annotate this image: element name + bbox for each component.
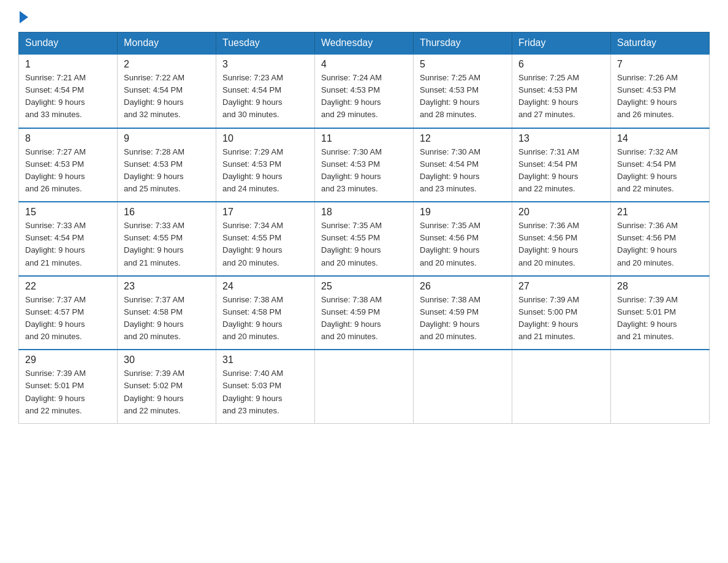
day-info: Sunrise: 7:40 AM Sunset: 5:03 PM Dayligh… [222,367,308,417]
day-info: Sunrise: 7:35 AM Sunset: 4:56 PM Dayligh… [420,220,506,269]
day-number: 23 [124,281,210,292]
day-number: 6 [518,59,604,70]
week-row-5: 29 Sunrise: 7:39 AM Sunset: 5:01 PM Dayl… [19,350,710,423]
calendar-cell: 30 Sunrise: 7:39 AM Sunset: 5:02 PM Dayl… [118,350,216,423]
day-number: 19 [420,207,506,218]
day-number: 4 [321,59,407,70]
day-number: 25 [321,281,407,292]
day-number: 12 [420,133,506,144]
day-info: Sunrise: 7:39 AM Sunset: 5:01 PM Dayligh… [617,294,703,343]
calendar-cell: 29 Sunrise: 7:39 AM Sunset: 5:01 PM Dayl… [19,350,118,423]
day-info: Sunrise: 7:34 AM Sunset: 4:55 PM Dayligh… [222,220,308,269]
calendar-header-row: SundayMondayTuesdayWednesdayThursdayFrid… [19,33,710,55]
calendar-cell: 3 Sunrise: 7:23 AM Sunset: 4:54 PM Dayli… [216,54,315,128]
calendar-cell: 8 Sunrise: 7:27 AM Sunset: 4:53 PM Dayli… [19,128,118,202]
day-number: 2 [124,59,210,70]
calendar-cell: 4 Sunrise: 7:24 AM Sunset: 4:53 PM Dayli… [315,54,414,128]
day-number: 8 [25,133,111,144]
calendar-cell: 14 Sunrise: 7:32 AM Sunset: 4:54 PM Dayl… [611,128,710,202]
day-number: 30 [124,354,210,366]
day-info: Sunrise: 7:39 AM Sunset: 5:00 PM Dayligh… [518,294,604,343]
day-number: 22 [25,281,111,292]
day-info: Sunrise: 7:33 AM Sunset: 4:55 PM Dayligh… [124,220,210,269]
day-number: 14 [617,133,703,144]
week-row-2: 8 Sunrise: 7:27 AM Sunset: 4:53 PM Dayli… [19,128,710,202]
calendar-table: SundayMondayTuesdayWednesdayThursdayFrid… [18,32,710,424]
day-number: 20 [518,207,604,218]
day-number: 31 [222,354,308,366]
day-info: Sunrise: 7:32 AM Sunset: 4:54 PM Dayligh… [617,146,703,196]
week-row-4: 22 Sunrise: 7:37 AM Sunset: 4:57 PM Dayl… [19,276,710,350]
day-number: 29 [25,354,111,366]
calendar-cell: 10 Sunrise: 7:29 AM Sunset: 4:53 PM Dayl… [216,128,315,202]
calendar-cell: 31 Sunrise: 7:40 AM Sunset: 5:03 PM Dayl… [216,350,315,423]
calendar-cell: 26 Sunrise: 7:38 AM Sunset: 4:59 PM Dayl… [414,276,512,350]
day-info: Sunrise: 7:37 AM Sunset: 4:57 PM Dayligh… [25,294,111,343]
calendar-cell [512,350,611,423]
header-friday: Friday [512,33,611,55]
calendar-cell [414,350,512,423]
header-wednesday: Wednesday [315,33,414,55]
calendar-cell: 22 Sunrise: 7:37 AM Sunset: 4:57 PM Dayl… [19,276,118,350]
day-number: 15 [25,207,111,218]
day-number: 27 [518,281,604,292]
day-info: Sunrise: 7:22 AM Sunset: 4:54 PM Dayligh… [124,72,210,121]
day-info: Sunrise: 7:37 AM Sunset: 4:58 PM Dayligh… [124,294,210,343]
calendar-cell: 11 Sunrise: 7:30 AM Sunset: 4:53 PM Dayl… [315,128,414,202]
day-info: Sunrise: 7:36 AM Sunset: 4:56 PM Dayligh… [518,220,604,269]
calendar-cell: 18 Sunrise: 7:35 AM Sunset: 4:55 PM Dayl… [315,202,414,276]
week-row-1: 1 Sunrise: 7:21 AM Sunset: 4:54 PM Dayli… [19,54,710,128]
day-info: Sunrise: 7:26 AM Sunset: 4:53 PM Dayligh… [617,72,703,121]
day-info: Sunrise: 7:21 AM Sunset: 4:54 PM Dayligh… [25,72,111,121]
calendar-cell: 25 Sunrise: 7:38 AM Sunset: 4:59 PM Dayl… [315,276,414,350]
day-info: Sunrise: 7:27 AM Sunset: 4:53 PM Dayligh… [25,146,111,196]
day-info: Sunrise: 7:35 AM Sunset: 4:55 PM Dayligh… [321,220,407,269]
calendar-cell: 23 Sunrise: 7:37 AM Sunset: 4:58 PM Dayl… [118,276,216,350]
day-number: 5 [420,59,506,70]
day-number: 26 [420,281,506,292]
calendar-cell: 1 Sunrise: 7:21 AM Sunset: 4:54 PM Dayli… [19,54,118,128]
day-info: Sunrise: 7:25 AM Sunset: 4:53 PM Dayligh… [518,72,604,121]
day-number: 24 [222,281,308,292]
day-info: Sunrise: 7:33 AM Sunset: 4:54 PM Dayligh… [25,220,111,269]
calendar-cell: 16 Sunrise: 7:33 AM Sunset: 4:55 PM Dayl… [118,202,216,276]
day-info: Sunrise: 7:23 AM Sunset: 4:54 PM Dayligh… [222,72,308,121]
week-row-3: 15 Sunrise: 7:33 AM Sunset: 4:54 PM Dayl… [19,202,710,276]
logo [18,12,28,21]
day-number: 18 [321,207,407,218]
header-monday: Monday [118,33,216,55]
day-number: 16 [124,207,210,218]
calendar-cell [315,350,414,423]
calendar-cell [611,350,710,423]
day-info: Sunrise: 7:30 AM Sunset: 4:54 PM Dayligh… [420,146,506,196]
calendar-cell: 28 Sunrise: 7:39 AM Sunset: 5:01 PM Dayl… [611,276,710,350]
calendar-cell: 6 Sunrise: 7:25 AM Sunset: 4:53 PM Dayli… [512,54,611,128]
day-info: Sunrise: 7:38 AM Sunset: 4:58 PM Dayligh… [222,294,308,343]
calendar-cell: 5 Sunrise: 7:25 AM Sunset: 4:53 PM Dayli… [414,54,512,128]
page-header [18,12,710,21]
day-info: Sunrise: 7:29 AM Sunset: 4:53 PM Dayligh… [222,146,308,196]
day-number: 3 [222,59,308,70]
day-number: 11 [321,133,407,144]
header-saturday: Saturday [611,33,710,55]
day-number: 13 [518,133,604,144]
header-thursday: Thursday [414,33,512,55]
day-info: Sunrise: 7:31 AM Sunset: 4:54 PM Dayligh… [518,146,604,196]
day-number: 9 [124,133,210,144]
day-info: Sunrise: 7:39 AM Sunset: 5:02 PM Dayligh… [124,367,210,417]
day-number: 17 [222,207,308,218]
day-info: Sunrise: 7:39 AM Sunset: 5:01 PM Dayligh… [25,367,111,417]
calendar-cell: 24 Sunrise: 7:38 AM Sunset: 4:58 PM Dayl… [216,276,315,350]
day-number: 21 [617,207,703,218]
day-info: Sunrise: 7:30 AM Sunset: 4:53 PM Dayligh… [321,146,407,196]
day-number: 1 [25,59,111,70]
logo-arrow-icon [20,11,28,23]
day-info: Sunrise: 7:24 AM Sunset: 4:53 PM Dayligh… [321,72,407,121]
day-info: Sunrise: 7:36 AM Sunset: 4:56 PM Dayligh… [617,220,703,269]
calendar-cell: 15 Sunrise: 7:33 AM Sunset: 4:54 PM Dayl… [19,202,118,276]
calendar-cell: 19 Sunrise: 7:35 AM Sunset: 4:56 PM Dayl… [414,202,512,276]
day-number: 10 [222,133,308,144]
calendar-cell: 2 Sunrise: 7:22 AM Sunset: 4:54 PM Dayli… [118,54,216,128]
day-info: Sunrise: 7:25 AM Sunset: 4:53 PM Dayligh… [420,72,506,121]
calendar-cell: 9 Sunrise: 7:28 AM Sunset: 4:53 PM Dayli… [118,128,216,202]
